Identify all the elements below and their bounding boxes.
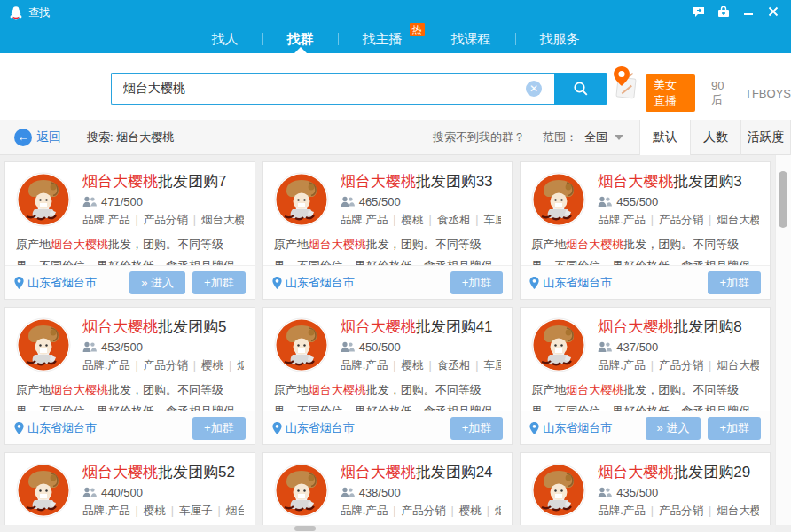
member-count-text: 438/500: [359, 486, 401, 499]
tag-list: 品牌.产品|樱桃|食丞相|车厘子 ...: [341, 213, 502, 228]
group-card[interactable]: 烟台大樱桃批发团购41 450/500 品牌.产品|樱桃|食丞相|车厘子 ...…: [262, 307, 513, 445]
group-card[interactable]: 烟台大樱桃批发团购24 438/500 品牌.产品|产品分销|樱桃|烟台...: [262, 452, 513, 525]
group-location[interactable]: 山东省烟台市: [529, 420, 612, 436]
hot-word-link[interactable]: 90后: [711, 79, 729, 108]
group-title[interactable]: 烟台大樱桃批发团购5: [82, 317, 244, 336]
group-card[interactable]: 烟台大樱桃批发团购8 437/500 品牌.产品|产品分销|烟台大樱桃 ... …: [520, 307, 771, 445]
group-title[interactable]: 烟台大樱桃批发团购7: [82, 172, 244, 191]
tab-find-people[interactable]: 找人: [188, 25, 262, 53]
tag-separator: |: [423, 214, 436, 226]
group-card[interactable]: 烟台大樱桃批发团购7 471/500 品牌.产品|产品分销|烟台大樱桃 ... …: [4, 161, 255, 300]
title-highlight: 烟台大樱桃: [341, 318, 416, 335]
join-group-button[interactable]: +加群: [708, 271, 761, 294]
group-location[interactable]: 山东省烟台市: [272, 275, 355, 291]
sort-tab-members[interactable]: 人数: [690, 120, 740, 155]
title-highlight: 烟台大樱桃: [598, 318, 673, 335]
horizontal-scrollbar[interactable]: [0, 525, 775, 532]
clear-search-icon[interactable]: ✕: [526, 81, 542, 97]
hot-word-link[interactable]: TFBOYS: [745, 87, 791, 100]
sort-tab-activity[interactable]: 活跃度: [740, 120, 791, 155]
title-rest: 批发团购8: [673, 318, 741, 335]
card-buttons: +加群: [708, 271, 761, 294]
card-buttons: +加群: [450, 417, 504, 440]
group-tag: 产品分销: [659, 214, 703, 226]
join-group-button[interactable]: +加群: [708, 417, 761, 440]
group-title[interactable]: 烟台大樱桃批发团购52: [82, 463, 244, 481]
title-highlight: 烟台大樱桃: [598, 464, 673, 481]
member-count: 440/500: [82, 486, 244, 499]
scope-dropdown[interactable]: 全国: [584, 129, 623, 145]
group-tag: 品牌.产品: [82, 214, 129, 226]
tab-find-courses[interactable]: 找课程: [427, 25, 515, 53]
scope-label: 范围：: [543, 129, 577, 145]
tag-separator: |: [223, 359, 237, 372]
group-tag: 品牌.产品: [82, 505, 129, 517]
group-tag: 品牌.产品: [341, 359, 388, 372]
group-avatar[interactable]: [16, 463, 71, 518]
title-rest: 批发团购7: [158, 173, 226, 190]
title-rest: 批发团购5: [158, 318, 226, 335]
group-avatar[interactable]: [274, 317, 329, 372]
tag-separator: |: [646, 214, 659, 226]
group-avatar[interactable]: [274, 463, 329, 518]
minimize-button[interactable]: [736, 2, 761, 21]
group-card[interactable]: 烟台大樱桃批发团购5 453/500 品牌.产品|产品分销|樱桃|烟台... 原…: [4, 307, 255, 445]
group-avatar[interactable]: [531, 317, 586, 372]
join-group-button[interactable]: +加群: [192, 271, 246, 294]
group-avatar[interactable]: [16, 172, 71, 227]
vertical-scrollbar-thumb[interactable]: [779, 171, 787, 228]
group-location[interactable]: 山东省烟台市: [272, 420, 355, 436]
group-title[interactable]: 烟台大樱桃批发团购8: [598, 317, 759, 336]
group-card[interactable]: 烟台大樱桃批发团购29 435/500 品牌.产品|产品分销|烟台大樱桃 ...: [520, 452, 771, 525]
feedback-icon[interactable]: [686, 2, 711, 21]
horizontal-scrollbar-thumb[interactable]: [294, 526, 316, 531]
join-group-button[interactable]: +加群: [450, 271, 504, 294]
title-highlight: 烟台大樱桃: [341, 464, 416, 481]
tag-list: 品牌.产品|产品分销|烟台大樱桃 ...: [598, 358, 759, 373]
titlebar[interactable]: 查找: [0, 0, 791, 25]
enter-group-button[interactable]: » 进入: [646, 417, 701, 440]
member-count: 455/500: [598, 195, 759, 208]
tab-find-groups[interactable]: 找群: [263, 25, 338, 53]
group-location[interactable]: 山东省烟台市: [529, 275, 612, 291]
search-button[interactable]: [554, 73, 607, 105]
group-card[interactable]: 烟台大樱桃批发团购33 465/500 品牌.产品|樱桃|食丞相|车厘子 ...…: [262, 161, 513, 300]
group-title[interactable]: 烟台大樱桃批发团购3: [598, 172, 759, 191]
live-badge-link[interactable]: 美女直播: [646, 74, 695, 112]
join-group-button[interactable]: +加群: [450, 417, 504, 440]
group-card[interactable]: 烟台大樱桃批发团购52 440/500 品牌.产品|樱桃|车厘子|烟台大...: [4, 452, 255, 525]
group-card[interactable]: 烟台大樱桃批发团购3 455/500 品牌.产品|产品分销|烟台大樱桃 ... …: [520, 161, 771, 300]
location-pin-icon: [272, 277, 282, 289]
close-button[interactable]: [761, 2, 786, 21]
group-title[interactable]: 烟台大樱桃批发团购33: [341, 172, 502, 191]
tag-separator: |: [388, 505, 401, 517]
cant-find-group-link[interactable]: 搜索不到我的群？: [433, 129, 525, 145]
title-rest: 批发团购41: [416, 318, 493, 335]
members-icon: [341, 487, 355, 498]
nearby-groups-icon[interactable]: [610, 66, 638, 101]
enter-group-button[interactable]: » 进入: [129, 271, 185, 294]
group-title[interactable]: 烟台大樱桃批发团购24: [341, 463, 502, 481]
join-group-button[interactable]: +加群: [192, 417, 246, 440]
tag-separator: |: [703, 505, 717, 517]
group-avatar[interactable]: [274, 172, 329, 227]
vertical-scrollbar[interactable]: [775, 155, 791, 525]
tab-find-services[interactable]: 找服务: [516, 25, 604, 53]
group-location[interactable]: 山东省烟台市: [14, 420, 97, 436]
group-tag: 樱桃: [459, 505, 482, 517]
tab-find-streamers[interactable]: 找主播热: [339, 25, 427, 53]
group-avatar[interactable]: [531, 463, 586, 518]
group-avatar[interactable]: [16, 317, 71, 372]
group-title[interactable]: 烟台大樱桃批发团购29: [598, 463, 759, 481]
back-button[interactable]: ← 返回: [14, 129, 61, 146]
title-highlight: 烟台大樱桃: [82, 318, 158, 335]
app-box-icon[interactable]: [711, 2, 736, 21]
group-location[interactable]: 山东省烟台市: [14, 275, 97, 291]
tag-separator: |: [129, 359, 143, 372]
group-title[interactable]: 烟台大樱桃批发团购41: [341, 317, 502, 336]
search-input[interactable]: [111, 73, 554, 105]
tag-separator: |: [166, 505, 179, 517]
group-tag: 品牌.产品: [598, 214, 645, 226]
sort-tab-default[interactable]: 默认: [639, 120, 690, 155]
group-avatar[interactable]: [531, 172, 586, 227]
